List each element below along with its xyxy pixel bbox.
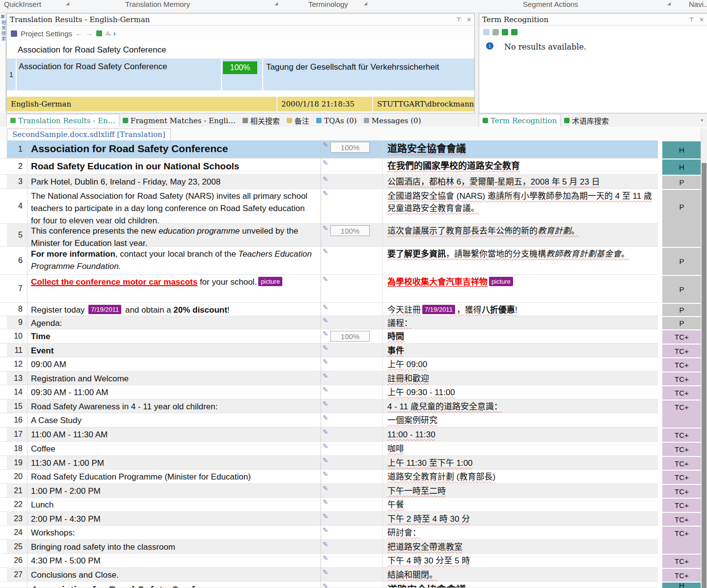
- pin-icon[interactable]: ⊤: [456, 16, 462, 23]
- tab-messages[interactable]: Messages (0): [360, 114, 425, 127]
- segment-number[interactable]: 12: [7, 357, 27, 371]
- target-cell[interactable]: 全國道路安全協會 (NARS) 邀請所有小學教師參加為期一天的 4 至 11 歲…: [383, 189, 658, 223]
- source-cell[interactable]: Lunch: [27, 498, 321, 511]
- add-term-icon[interactable]: [492, 29, 499, 35]
- target-cell[interactable]: 在我們的國家學校的道路安全教育: [383, 159, 658, 174]
- document-structure-badge[interactable]: TC+: [662, 526, 701, 540]
- chevron-down-icon[interactable]: ▾: [701, 118, 703, 123]
- segment-number[interactable]: 26: [7, 554, 27, 567]
- document-structure-badge[interactable]: P: [662, 175, 701, 189]
- target-cell[interactable]: 要了解更多資訊，請聯繫你當地的分支機構教師教育計劃基金會。: [383, 247, 658, 274]
- segment-number[interactable]: 8: [7, 303, 27, 316]
- source-cell[interactable]: 09:30 AM - 11:00 AM: [27, 385, 321, 399]
- segment-number[interactable]: 5: [7, 224, 27, 246]
- document-structure-badge[interactable]: TC+: [662, 498, 701, 512]
- source-cell[interactable]: Register today 7/19/2011 and obtain a 20…: [27, 303, 321, 316]
- dialog-launcher-icon[interactable]: ◢: [364, 1, 367, 6]
- target-cell[interactable]: 把道路安全帶進教室: [383, 540, 658, 553]
- target-cell[interactable]: 道路安全協會會議: [383, 582, 658, 588]
- target-cell[interactable]: 上午 09:30 - 11:00: [383, 385, 658, 399]
- source-cell[interactable]: Coffee: [27, 442, 321, 455]
- document-structure-badge[interactable]: TC+: [662, 400, 701, 413]
- target-cell[interactable]: 4 - 11 歲兒童的道路安全意識：: [383, 400, 658, 413]
- dialog-launcher-icon[interactable]: ◢: [667, 1, 671, 6]
- ribbon-group-navigation[interactable]: Navi..: [689, 0, 707, 8]
- source-cell[interactable]: Association for Road Safety Conference: [27, 582, 321, 588]
- document-structure-badge[interactable]: [662, 413, 701, 428]
- pin-icon[interactable]: ⊤: [689, 16, 694, 23]
- source-cell[interactable]: Park Hotel, Dublin 6, Ireland - Friday, …: [27, 175, 321, 188]
- document-structure-badge[interactable]: H: [662, 582, 701, 588]
- document-structure-badge[interactable]: H: [662, 140, 701, 159]
- termbase-viewer-icon[interactable]: [483, 29, 489, 35]
- source-cell[interactable]: The National Association for Road Safety…: [27, 189, 321, 223]
- document-structure-badge[interactable]: TC+: [662, 484, 701, 498]
- target-cell[interactable]: 議程：: [383, 316, 658, 329]
- segment-number[interactable]: [7, 582, 27, 588]
- dialog-launcher-icon[interactable]: ◢: [66, 1, 69, 6]
- document-tab[interactable]: SecondSample.docx.sdlxliff [Translation]: [7, 129, 171, 140]
- document-structure-badge[interactable]: TC+: [662, 470, 701, 484]
- segment-number[interactable]: 19: [7, 456, 27, 469]
- source-cell[interactable]: 09:00 AM: [27, 357, 321, 371]
- document-structure-badge[interactable]: TC+: [662, 344, 701, 357]
- tab-termbase-search[interactable]: 术语库搜索: [561, 114, 612, 127]
- source-cell[interactable]: Conclusions and Close.: [27, 568, 321, 581]
- segment-number[interactable]: 1: [7, 140, 27, 158]
- segment-number[interactable]: 17: [7, 428, 27, 441]
- more-chevron-icon[interactable]: ›: [113, 29, 116, 37]
- target-cell[interactable]: 下午 4 時 30 分至 5 時: [383, 554, 658, 567]
- segment-number[interactable]: 22: [7, 498, 27, 511]
- segment-number[interactable]: 10: [7, 329, 27, 343]
- source-cell[interactable]: Collect the conference motor car mascots…: [27, 275, 321, 302]
- scrollbar-thumb[interactable]: [702, 163, 707, 588]
- source-cell[interactable]: For more information, contact your local…: [27, 247, 321, 274]
- source-cell[interactable]: 2:00 PM - 4:30 PM: [27, 512, 321, 525]
- source-cell[interactable]: Road Safety Education Programme (Ministe…: [27, 470, 321, 483]
- apply-translation-icon[interactable]: [96, 30, 102, 36]
- segment-number[interactable]: 16: [7, 413, 27, 427]
- target-cell[interactable]: 下午一時至二時: [383, 484, 658, 497]
- source-cell[interactable]: Association for Road Safety Conference: [27, 140, 321, 158]
- segment-number[interactable]: 21: [7, 484, 27, 497]
- tab-comments[interactable]: 备注: [283, 114, 313, 127]
- vertical-scrollbar[interactable]: [701, 129, 707, 588]
- document-structure-badge[interactable]: P: [662, 189, 701, 224]
- document-structure-badge[interactable]: [662, 224, 701, 247]
- document-structure-badge[interactable]: TC+: [662, 357, 701, 372]
- target-cell[interactable]: 註冊和歡迎: [383, 372, 658, 385]
- segment-number[interactable]: 9: [7, 316, 27, 329]
- segment-number[interactable]: 4: [7, 189, 27, 223]
- tab-translation-results[interactable]: Translation Results - En…: [6, 114, 119, 127]
- close-icon[interactable]: ×: [466, 16, 471, 23]
- document-structure-badge[interactable]: TC+: [662, 442, 701, 456]
- document-structure-badge[interactable]: TC+: [662, 554, 701, 568]
- source-cell[interactable]: This conference presents the new educati…: [27, 224, 321, 246]
- segment-number[interactable]: 15: [7, 400, 27, 413]
- source-cell[interactable]: A Case Study: [27, 413, 321, 427]
- document-structure-badge[interactable]: P: [662, 247, 701, 275]
- target-cell[interactable]: 午餐: [383, 498, 658, 511]
- collapsed-panel-tab[interactable]: 相关搜索: [0, 13, 6, 112]
- ribbon-group-translation-memory[interactable]: Translation Memory: [125, 0, 190, 8]
- segment-number[interactable]: 14: [7, 385, 27, 399]
- source-cell[interactable]: Bringing road safety into the classroom: [27, 540, 321, 553]
- document-structure-badge[interactable]: H: [662, 159, 701, 175]
- source-cell[interactable]: Agenda:: [27, 316, 321, 329]
- target-cell[interactable]: 咖啡: [383, 442, 658, 455]
- target-cell[interactable]: 研討會：: [383, 526, 658, 539]
- source-cell[interactable]: 4:30 PM - 5:00 PM: [27, 554, 321, 567]
- dialog-launcher-icon[interactable]: ◢: [274, 1, 278, 6]
- target-cell[interactable]: 道路安全協會會議: [383, 140, 658, 158]
- source-cell[interactable]: Road Safety Education in our National Sc…: [27, 159, 321, 174]
- back-arrow-icon[interactable]: ←: [76, 29, 82, 37]
- target-cell[interactable]: 今天註冊7/19/2011，獲得八折優惠!: [383, 303, 658, 316]
- source-cell[interactable]: 11:00 AM - 11:30 AM: [27, 428, 321, 441]
- forward-arrow-icon[interactable]: →: [86, 29, 93, 37]
- document-structure-badge[interactable]: TC+: [662, 428, 701, 442]
- document-structure-badge[interactable]: TC+: [662, 329, 701, 344]
- document-structure-badge[interactable]: TC+: [662, 568, 701, 582]
- close-icon[interactable]: ×: [699, 16, 704, 23]
- target-cell[interactable]: 一個案例研究: [383, 413, 658, 427]
- target-cell[interactable]: 為學校收集大會汽車吉祥物picture: [383, 275, 658, 302]
